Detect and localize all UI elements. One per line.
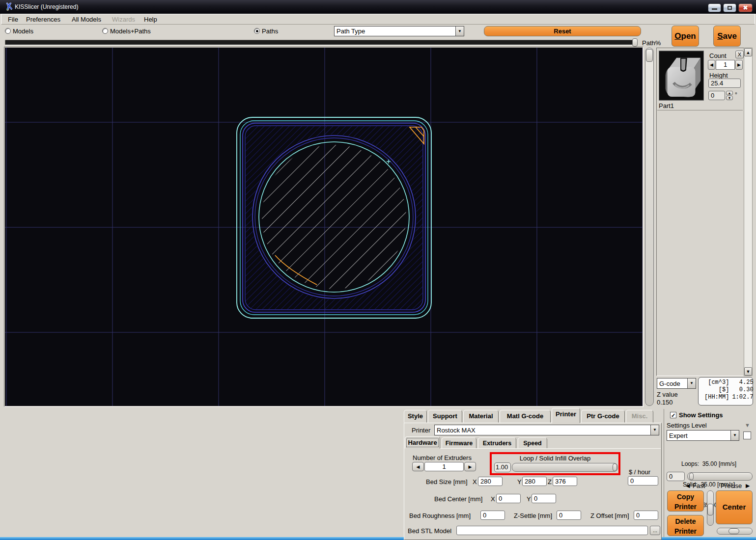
path-percent-slider[interactable] <box>5 40 637 45</box>
path-type-value: Path Type <box>335 27 455 35</box>
tab-printer[interactable]: Printer <box>552 408 580 423</box>
tab-matl-gcode[interactable]: Matl G-code <box>500 410 551 423</box>
kisslicer-window: KISSlicer (Unregistered) ✖ File Preferen… <box>0 0 756 540</box>
chevron-down-icon[interactable]: ▼ <box>455 27 464 36</box>
subtab-extruders[interactable]: Extruders <box>478 437 516 449</box>
menu-file[interactable]: File <box>8 16 18 23</box>
bed-center-y-field[interactable]: 0 <box>532 494 556 503</box>
bed-size-x-label: X <box>473 478 477 486</box>
overlap-slider[interactable] <box>512 463 618 472</box>
close-button[interactable]: ✖ <box>738 3 753 12</box>
tab-style[interactable]: Style <box>404 410 427 423</box>
num-extruders-increment[interactable]: ▶ <box>464 462 476 471</box>
tab-support[interactable]: Support <box>428 410 462 423</box>
printer-select-value: Rostock MAX <box>435 427 650 434</box>
chevron-down-icon[interactable]: ▼ <box>730 431 739 440</box>
rotation-up-button[interactable]: ▲ <box>726 91 733 95</box>
bed-size-z-field[interactable]: 376 <box>553 477 577 486</box>
show-settings-checkbox[interactable]: ✓ <box>670 412 676 418</box>
stat-time-value: 1:02.7 <box>729 394 753 401</box>
path-percent-slider-thumb[interactable] <box>632 38 638 47</box>
open-button[interactable]: Open <box>672 26 699 47</box>
center-button[interactable]: Center <box>716 490 753 524</box>
chevron-down-icon[interactable]: ▼ <box>687 378 696 388</box>
tab-ptr-gcode[interactable]: Ptr G-code <box>581 410 625 423</box>
settings-level-value: Expert <box>667 432 730 439</box>
radio-models[interactable] <box>5 28 11 34</box>
part-name: Part1 <box>659 102 674 109</box>
num-extruders-decrement[interactable]: ◀ <box>412 462 424 471</box>
quality-value-field[interactable]: 0 <box>667 472 685 481</box>
bed-stl-label: Bed STL Model <box>408 527 451 535</box>
overlap-slider-thumb[interactable] <box>613 463 617 471</box>
bed-roughness-field[interactable]: 0 <box>480 511 505 520</box>
stat-time-label: [HH:MM] <box>701 394 729 401</box>
radio-paths-label[interactable]: Paths <box>262 27 278 35</box>
part-thumbnail[interactable] <box>659 51 704 101</box>
subtab-divider <box>405 448 661 449</box>
path-percent-label: Path% <box>642 39 661 47</box>
save-button[interactable]: Save <box>713 26 741 47</box>
overlap-highlight-box: Loop / Solid Infill Overlap 1.00 <box>490 452 620 475</box>
count-increment-button[interactable]: ▶ <box>735 60 743 70</box>
bed-size-x-field[interactable]: 280 <box>478 477 503 486</box>
collapse-arrow-icon[interactable]: ▼ <box>745 423 750 428</box>
stat-volume-value: 4.25 <box>729 379 753 386</box>
bed-stl-field[interactable] <box>456 526 648 535</box>
path-type-select[interactable]: Path Type ▼ <box>334 26 464 36</box>
center-slider-thumb[interactable] <box>728 528 739 534</box>
subtab-firmware[interactable]: Firmware <box>442 437 476 449</box>
rotation-down-button[interactable]: ▼ <box>726 96 733 100</box>
copy-printer-button[interactable]: Copy Printer <box>667 490 704 512</box>
printer-select[interactable]: Rostock MAX ▼ <box>434 425 659 435</box>
scroll-up-icon[interactable]: ▲ <box>744 48 752 56</box>
panel-divider <box>664 409 664 537</box>
subtab-speed[interactable]: Speed <box>518 437 547 449</box>
maximize-button[interactable] <box>723 3 736 12</box>
remove-part-button[interactable]: X <box>735 51 744 58</box>
gcode-select[interactable]: G-code ▼ <box>657 378 696 389</box>
rotation-field[interactable]: 0 <box>708 91 725 100</box>
count-decrement-button[interactable]: ◀ <box>708 60 715 70</box>
settings-lock-checkbox[interactable] <box>743 432 751 439</box>
z-offset-field[interactable]: 0 <box>634 511 658 520</box>
fast-label: Fast <box>693 482 705 489</box>
reset-button[interactable]: Reset <box>484 26 641 36</box>
radio-models-paths-label[interactable]: Models+Paths <box>110 27 151 35</box>
scroll-down-icon[interactable]: ▼ <box>744 367 752 376</box>
bed-stl-browse-button[interactable]: ... <box>650 526 660 535</box>
slice-viewport[interactable] <box>5 48 643 406</box>
settings-level-select[interactable]: Expert ▼ <box>667 430 739 441</box>
z-value: 0.150 <box>657 399 673 406</box>
part-list-item[interactable]: Part1 Count ◀ 1 ▶ Height 25.4 0 ▲ ▼ ° <box>657 49 743 110</box>
num-extruders-field[interactable]: 1 <box>424 462 464 471</box>
count-field[interactable]: 1 <box>716 60 735 70</box>
height-field[interactable]: 25.4 <box>708 79 741 88</box>
menu-preferences[interactable]: Preferences <box>26 16 60 23</box>
fast-precise-slider[interactable] <box>687 472 753 481</box>
tab-material[interactable]: Material <box>463 410 499 423</box>
bed-size-y-field[interactable]: 280 <box>522 477 547 486</box>
z-value-slider-thumb[interactable] <box>646 49 653 62</box>
minimize-icon <box>712 8 717 10</box>
stat-volume-label: [cm^3] <box>701 379 729 386</box>
bed-center-x-field[interactable]: 0 <box>496 494 521 503</box>
menu-help[interactable]: Help <box>144 16 157 23</box>
radio-models-paths[interactable] <box>102 28 108 34</box>
dollar-hour-field[interactable]: 0 <box>628 476 658 486</box>
printer-list-slider-thumb[interactable] <box>707 504 713 515</box>
part-list-scrollbar[interactable] <box>744 48 753 376</box>
chevron-down-icon[interactable]: ▼ <box>650 425 659 435</box>
subtab-hardware[interactable]: Hardware <box>405 436 440 449</box>
menu-all-models[interactable]: All Models <box>72 16 101 23</box>
fast-precise-slider-thumb[interactable] <box>689 473 694 480</box>
delete-printer-button[interactable]: Delete Printer <box>667 515 704 536</box>
z-settle-field[interactable]: 0 <box>557 511 581 520</box>
z-value-label: Z value <box>657 391 678 398</box>
stat-cost-label: [$] <box>701 386 729 394</box>
show-settings-label[interactable]: Show Settings <box>679 411 723 419</box>
z-value-slider[interactable] <box>645 48 654 406</box>
minimize-button[interactable] <box>708 3 721 12</box>
radio-models-label[interactable]: Models <box>13 27 33 35</box>
radio-paths[interactable] <box>254 28 260 34</box>
